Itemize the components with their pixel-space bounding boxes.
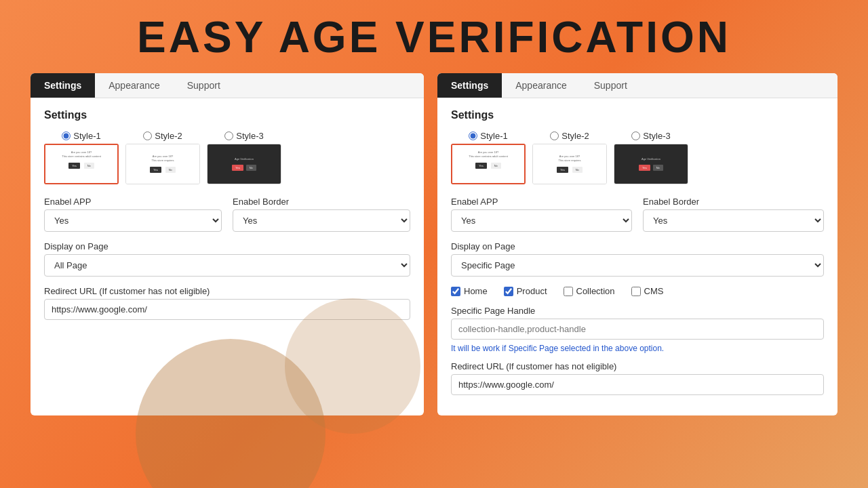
right-style-3-option: Style-3 Age Verification Yes No [614, 131, 688, 184]
page-title: EASY AGE VERIFICATION [0, 0, 868, 73]
left-form-row-1: Enabel APP Yes No Enabel Border Yes No [44, 197, 410, 232]
right-redirect-url-group: Redirect URL (If customer has not eligib… [451, 361, 824, 395]
right-enabel-app-group: Enabel APP Yes No [451, 197, 632, 232]
left-style-3-preview: Age Verification Yes No [207, 144, 281, 184]
left-redirect-url-label: Redirect URL (If customer has not eligib… [44, 286, 410, 296]
right-checkbox-product-label: Product [517, 286, 547, 296]
right-form-row-1: Enabel APP Yes No Enabel Border Yes No [451, 197, 824, 232]
right-style-1-label[interactable]: Style-1 [469, 131, 507, 141]
right-tab-support[interactable]: Support [580, 73, 641, 98]
panel-right: Settings Appearance Support Settings Sty… [437, 73, 837, 415]
right-checkbox-cms-label: CMS [644, 286, 664, 296]
right-style-options: Style-1 Are you over 18?This store conta… [451, 131, 824, 184]
right-checkbox-collection-label: Collection [576, 286, 615, 296]
right-style-3-preview: Age Verification Yes No [614, 144, 688, 184]
right-tab-appearance[interactable]: Appearance [502, 73, 580, 98]
left-style-1-preview: Are you over 18?This store contains adul… [44, 144, 119, 184]
left-style-2-preview: Are you over 18?This store requires Yes … [125, 144, 200, 184]
left-style-1-option: Style-1 Are you over 18?This store conta… [44, 131, 119, 184]
left-display-on-page-group: Display on Page All Page Specific Page [44, 241, 410, 277]
left-style-3-radio[interactable] [224, 131, 233, 140]
right-specific-page-handle-label: Specific Page Handle [451, 306, 824, 316]
left-enabel-border-group: Enabel Border Yes No [233, 197, 410, 232]
right-style-1-option: Style-1 Are you over 18?This store conta… [451, 131, 526, 184]
left-style-options: Style-1 Are you over 18?This store conta… [44, 131, 410, 184]
right-enabel-app-select[interactable]: Yes No [451, 209, 632, 232]
right-specific-page-handle-input[interactable] [451, 319, 824, 340]
right-checkbox-product: Product [504, 286, 547, 296]
left-tab-settings[interactable]: Settings [31, 73, 95, 98]
right-redirect-url-input[interactable] [451, 374, 824, 395]
right-checkbox-cms-input[interactable] [631, 287, 641, 296]
right-checkbox-home-input[interactable] [451, 287, 460, 296]
left-style-3-option: Style-3 Age Verification Yes No [207, 131, 281, 184]
right-tab-settings[interactable]: Settings [437, 73, 502, 98]
left-style-1-radio[interactable] [62, 131, 71, 140]
left-section-title: Settings [44, 109, 410, 121]
right-display-on-page-select[interactable]: All Page Specific Page [451, 254, 824, 277]
right-checkbox-collection-input[interactable] [564, 287, 573, 296]
right-tab-bar: Settings Appearance Support [437, 73, 837, 98]
right-checkbox-row: Home Product Collection CMS [451, 286, 824, 296]
right-checkbox-product-input[interactable] [504, 287, 513, 296]
right-style-2-preview: Are you over 18?This store requires Yes … [532, 144, 607, 184]
left-display-on-page-select[interactable]: All Page Specific Page [44, 254, 410, 277]
left-enabel-border-select[interactable]: Yes No [233, 209, 410, 232]
right-style-3-radio[interactable] [631, 131, 640, 140]
right-checkbox-cms: CMS [631, 286, 664, 296]
right-helper-text: It will be work if Specific Page selecte… [451, 344, 824, 353]
right-specific-page-handle-group: Specific Page Handle [451, 306, 824, 340]
right-checkbox-home-label: Home [464, 286, 488, 296]
right-style-2-radio[interactable] [550, 131, 559, 140]
right-redirect-url-label: Redirect URL (If customer has not eligib… [451, 361, 824, 371]
right-enabel-border-label: Enabel Border [643, 197, 824, 207]
right-checkbox-home: Home [451, 286, 488, 296]
left-enabel-app-group: Enabel APP Yes No [44, 197, 222, 232]
left-tab-appearance[interactable]: Appearance [95, 73, 174, 98]
right-enabel-border-select[interactable]: Yes No [643, 209, 824, 232]
left-style-2-label[interactable]: Style-2 [143, 131, 182, 141]
right-style-1-radio[interactable] [469, 131, 477, 140]
right-panel-content: Settings Style-1 Are you over 18?This st… [437, 98, 837, 415]
right-style-2-label[interactable]: Style-2 [550, 131, 589, 141]
left-display-on-page-label: Display on Page [44, 241, 410, 251]
deco-circle-2 [285, 298, 420, 434]
left-style-1-label[interactable]: Style-1 [62, 131, 100, 141]
left-style-3-label[interactable]: Style-3 [224, 131, 263, 141]
left-style-2-option: Style-2 Are you over 18?This store requi… [125, 131, 200, 184]
right-checkbox-collection: Collection [564, 286, 615, 296]
right-style-1-preview: Are you over 18?This store contains adul… [451, 144, 526, 184]
right-style-3-label[interactable]: Style-3 [631, 131, 670, 141]
right-display-on-page-label: Display on Page [451, 241, 824, 251]
left-enabel-app-select[interactable]: Yes No [44, 209, 222, 232]
left-style-2-radio[interactable] [143, 131, 152, 140]
right-enabel-border-group: Enabel Border Yes No [643, 197, 824, 232]
left-tab-bar: Settings Appearance Support [31, 73, 424, 98]
panels-container: Settings Appearance Support Settings Sty… [0, 73, 868, 415]
left-enabel-border-label: Enabel Border [233, 197, 410, 207]
right-style-2-option: Style-2 Are you over 18?This store requi… [532, 131, 607, 184]
left-enabel-app-label: Enabel APP [44, 197, 222, 207]
right-enabel-app-label: Enabel APP [451, 197, 632, 207]
left-tab-support[interactable]: Support [174, 73, 234, 98]
right-section-title: Settings [451, 109, 824, 121]
right-display-on-page-group: Display on Page All Page Specific Page [451, 241, 824, 277]
